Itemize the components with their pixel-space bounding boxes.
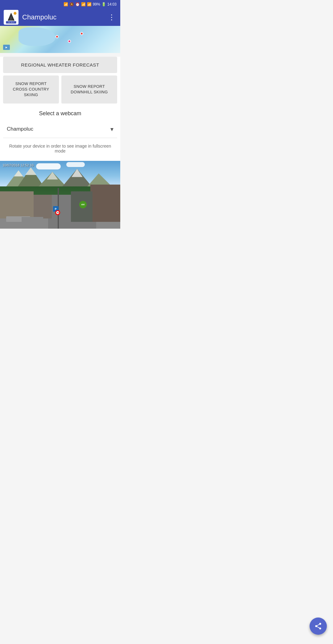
building-right [90,185,121,222]
more-options-icon[interactable]: ⋮ [107,12,117,23]
regional-forecast-button[interactable]: REGIONAL WHEATER FORECAST [3,57,117,73]
status-icons: 📶 🔕 ⏰ 📶 📶 99% 🔋 14:03 [64,2,117,6]
app-logo: Valle d'Aosta [4,10,18,25]
cross-country-label-line2: CROSS COUNTRY SKIING [13,87,49,97]
app-bar: Valle d'Aosta Champoluc ⋮ [0,9,120,26]
ski-sign: ski [79,201,87,208]
svg-marker-11 [14,170,23,176]
bluetooth-icon: 📶 [64,2,68,6]
building-left2 [34,195,52,218]
webcam-dropdown[interactable]: Champoluc ▾ [3,120,117,138]
map-pin-3 [80,32,83,35]
cross-country-label-line1: SNOW REPORT [15,81,47,86]
webcam-section-title: Select a webcam [0,106,120,119]
chevron-down-icon: ▾ [110,125,113,133]
rotate-hint: Rotate your device in order to see image… [0,139,120,156]
map-indicator: ► [3,45,10,50]
bottom-space [0,229,120,253]
downhill-label-line2: DOWNHILL SKIING [71,90,108,94]
map-preview: ► [0,26,120,53]
time: 14:03 [107,2,117,6]
main-content: REGIONAL WHEATER FORECAST SNOW REPORT CR… [0,57,120,229]
alarm-icon: ⏰ [75,2,80,6]
svg-marker-14 [72,169,83,177]
webcam-scene: P 30 ski [0,161,120,229]
status-bar: 📶 🔕 ⏰ 📶 📶 99% 🔋 14:03 [0,0,120,9]
webcam-dropdown-label: Champoluc [7,126,33,132]
map-pin-1 [56,35,59,38]
svg-marker-12 [25,167,36,175]
webcam-image: 10/07/2018 12:52:10 [0,161,120,229]
vibrate-icon: 🔕 [69,2,74,6]
snow-report-cross-country-button[interactable]: SNOW REPORT CROSS COUNTRY SKIING [3,75,59,104]
wifi-icon: 📶 [81,2,86,6]
signal-icon: 📶 [87,2,92,6]
snow-report-downhill-button[interactable]: SNOW REPORT DOWNHILL SKIING [61,75,117,104]
snow-report-row: SNOW REPORT CROSS COUNTRY SKIING SNOW RE… [3,75,117,104]
car-2 [22,217,43,222]
svg-text:Valle d'Aosta: Valle d'Aosta [8,22,15,23]
app-title: Champoluc [22,13,103,21]
webcam-timestamp: 10/07/2018 12:52:10 [2,163,34,167]
speed-limit-sign: 30 [55,210,60,215]
battery-percent: 99% [93,2,100,6]
battery-icon: 🔋 [101,2,106,6]
logo-svg: Valle d'Aosta [4,10,18,24]
svg-marker-13 [47,172,58,179]
map-pin-2 [68,40,71,43]
svg-point-3 [14,12,16,15]
downhill-label-line1: SNOW REPORT [74,84,105,89]
building-left [0,191,34,218]
